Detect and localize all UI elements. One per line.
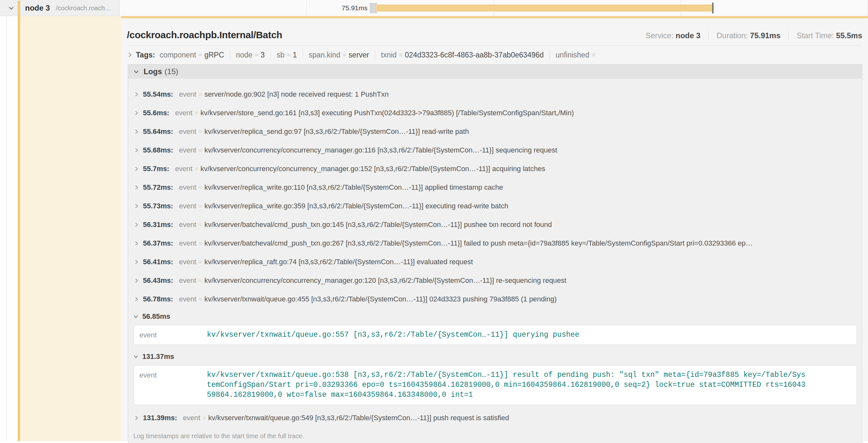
- log-row[interactable]: 56.31ms: event = kv/kvserver/batcheval/c…: [133, 215, 857, 234]
- chevron-right-icon[interactable]: [134, 278, 139, 283]
- left-gutter: [0, 16, 18, 441]
- log-message: kv/kvserver/replica_raft.go:74 [n3,s3,r6…: [204, 258, 473, 266]
- duration-value: 75.91ms: [750, 31, 781, 40]
- log-timestamp: 56.43ms:: [143, 276, 173, 285]
- log-row[interactable]: 55.73ms: event = kv/kvserver/replica_wri…: [133, 197, 857, 215]
- tag-value: server: [348, 51, 369, 59]
- chevron-down-icon[interactable]: [133, 354, 138, 359]
- selected-span-color-stripe: [18, 1, 20, 441]
- log-field-value: kv/kvserver/txnwait/queue.go:557 [n3,s3,…: [207, 330, 808, 340]
- log-equals: =: [198, 184, 202, 191]
- chevron-right-icon[interactable]: [134, 148, 139, 153]
- log-row[interactable]: 55.7ms: event = kv/kvserver/concurrency/…: [133, 160, 857, 178]
- log-field-key: event: [140, 370, 207, 400]
- log-field-key: event: [179, 183, 196, 192]
- span-row: node 3 /cockroach.roach… 75.91ms: [0, 0, 868, 16]
- log-message: kv/kvserver/replica_send.go:97 [n3,s3,r6…: [204, 128, 469, 136]
- tag-item: txnid = 024d3323-6c8f-4863-aa8b-37ab0e63…: [369, 50, 544, 59]
- log-timestamp: 131.37ms: [142, 352, 174, 361]
- log-row[interactable]: 56.41ms: event = kv/kvserver/replica_raf…: [133, 253, 857, 271]
- chevron-right-icon[interactable]: [134, 92, 139, 97]
- tag-key: unfinished: [556, 51, 589, 59]
- log-row[interactable]: 55.6ms: event = kv/kvserver/store_send.g…: [133, 104, 857, 122]
- log-row-expanded-header[interactable]: 56.85ms: [133, 308, 857, 325]
- chevron-right-icon[interactable]: [127, 52, 133, 58]
- duration-label: Duration:: [717, 31, 748, 40]
- log-message: kv/kvserver/batcheval/cmd_push_txn.go:26…: [204, 239, 753, 247]
- chevron-right-icon[interactable]: [134, 185, 139, 190]
- chevron-down-icon[interactable]: [133, 69, 139, 74]
- tag-separator: [303, 50, 303, 59]
- log-message: kv/kvserver/concurrency/concurrency_mana…: [204, 146, 557, 155]
- log-equals: =: [198, 203, 202, 210]
- tag-equals: =: [286, 52, 290, 59]
- log-timestamp: 55.68ms:: [143, 146, 173, 155]
- span-bar[interactable]: [376, 4, 712, 11]
- log-row-expanded-header[interactable]: 131.37ms: [133, 349, 857, 365]
- log-equals: =: [195, 165, 198, 172]
- log-field-key: event: [179, 146, 196, 155]
- log-message: kv/kvserver/replica_write.go:110 [n3,s3,…: [204, 183, 503, 192]
- log-row[interactable]: 56.43ms: event = kv/kvserver/concurrency…: [133, 271, 857, 290]
- chevron-right-icon[interactable]: [134, 110, 139, 115]
- chevron-right-icon[interactable]: [134, 297, 139, 302]
- tag-equals: =: [198, 52, 202, 59]
- log-message: kv/kvserver/concurrency/concurrency_mana…: [204, 276, 566, 285]
- chevron-right-icon[interactable]: [134, 260, 139, 265]
- service-value: node 3: [676, 31, 700, 40]
- log-equals: =: [198, 221, 202, 228]
- log-entry-expanded: 131.37ms event kv/kvserver/txnwait/queue…: [133, 349, 857, 405]
- tags-section-toggle[interactable]: Tags: component = gRPC node = 3 sb = 1 s…: [127, 45, 862, 64]
- tag-key: node: [236, 51, 252, 59]
- log-timestamp: 55.73ms:: [143, 202, 173, 210]
- chevron-right-icon[interactable]: [134, 166, 139, 171]
- log-message: kv/kvserver/batcheval/cmd_push_txn.go:14…: [204, 220, 552, 229]
- log-row[interactable]: 55.72ms: event = kv/kvserver/replica_wri…: [133, 178, 857, 197]
- tag-key: span.kind: [309, 51, 340, 59]
- tags-label: Tags:: [136, 51, 155, 59]
- chevron-right-icon[interactable]: [134, 204, 139, 209]
- tag-list: component = gRPC node = 3 sb = 1 span.ki…: [160, 50, 597, 59]
- span-detail-panel: /cockroach.roachpb.Internal/Batch Servic…: [121, 18, 868, 441]
- log-detail-card: event kv/kvserver/txnwait/queue.go:557 […: [134, 325, 857, 345]
- chevron-down-icon[interactable]: [133, 314, 138, 319]
- tag-value: gRPC: [204, 51, 224, 59]
- log-timestamp: 131.39ms:: [143, 414, 177, 422]
- logs-footer-note: Log timestamps are relative to the start…: [128, 427, 862, 443]
- log-timestamp: 56.41ms:: [143, 258, 173, 266]
- span-detail-header: /cockroach.roachpb.Internal/Batch Servic…: [127, 18, 862, 42]
- log-row[interactable]: 56.78ms: event = kv/kvserver/txnwait/que…: [133, 290, 857, 308]
- log-timestamp: 56.85ms: [142, 312, 170, 321]
- page-title: /cockroach.roachpb.Internal/Batch: [127, 28, 282, 42]
- log-row[interactable]: 131.39ms: event = kv/kvserver/txnwait/qu…: [133, 409, 857, 427]
- log-timestamp: 55.6ms:: [143, 109, 169, 117]
- log-row[interactable]: 56.37ms: event = kv/kvserver/batcheval/c…: [133, 234, 857, 253]
- log-field-key: event: [179, 128, 196, 136]
- tag-key: component: [160, 51, 196, 59]
- chevron-down-icon[interactable]: [8, 4, 15, 11]
- chevron-right-icon[interactable]: [134, 241, 139, 246]
- tag-separator: [375, 50, 375, 59]
- chevron-right-icon[interactable]: [134, 415, 139, 420]
- tag-equals: =: [342, 52, 346, 59]
- logs-section-toggle[interactable]: Logs (15): [128, 65, 862, 79]
- tag-separator: [230, 50, 230, 59]
- log-message: kv/kvserver/txnwait/queue.go:455 [n3,s3,…: [204, 295, 557, 303]
- span-end-marker: [712, 3, 713, 13]
- log-entry-expanded: 56.85ms event kv/kvserver/txnwait/queue.…: [133, 308, 857, 345]
- log-row[interactable]: 55.54ms: event = server/node.go:902 [n3]…: [133, 85, 857, 104]
- log-field-key: event: [175, 165, 192, 173]
- trace-span-detail-page: node 3 /cockroach.roach… 75.91ms /cockro…: [0, 0, 868, 443]
- log-field: event kv/kvserver/txnwait/queue.go:538 […: [140, 370, 851, 400]
- service-label: Service:: [646, 31, 674, 40]
- log-message: kv/kvserver/txnwait/queue.go:549 [n3,s3,…: [208, 414, 509, 422]
- logs-title: Logs: [144, 67, 162, 76]
- log-field-key: event: [175, 109, 192, 117]
- log-field-key: event: [183, 414, 200, 422]
- log-entries: 55.54ms: event = server/node.go:902 [n3]…: [128, 79, 862, 427]
- span-meta: Service: node 3 Duration: 75.91ms Start …: [646, 31, 862, 40]
- chevron-right-icon[interactable]: [134, 129, 139, 134]
- log-row[interactable]: 55.68ms: event = kv/kvserver/concurrency…: [133, 141, 857, 160]
- chevron-right-icon[interactable]: [134, 222, 139, 227]
- log-row[interactable]: 55.64ms: event = kv/kvserver/replica_sen…: [133, 122, 857, 141]
